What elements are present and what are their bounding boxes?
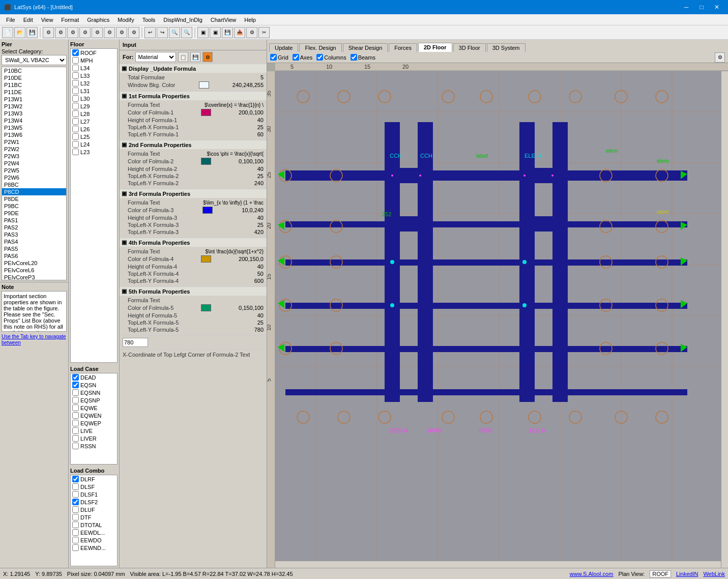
- menu-item-view[interactable]: View: [37, 16, 57, 24]
- tab-2d-floor[interactable]: 2D Floor: [418, 43, 452, 52]
- website[interactable]: www.S.AlooI.com: [570, 571, 614, 577]
- load-combo-checkbox[interactable]: [72, 483, 79, 490]
- maximize-button[interactable]: □: [694, 0, 709, 14]
- load-combo-checkbox[interactable]: [72, 537, 79, 543]
- pier-list-item[interactable]: P8CD: [2, 188, 66, 195]
- display-update-header[interactable]: ▣ Display _Update Formula: [120, 64, 267, 73]
- floor-list-item[interactable]: L23: [71, 148, 117, 156]
- load-case-checkbox[interactable]: [72, 443, 79, 449]
- pier-list-item[interactable]: PAS2: [2, 224, 66, 231]
- axes-checkbox[interactable]: [293, 54, 299, 61]
- load-combo-checkbox[interactable]: [72, 544, 79, 551]
- menu-item-format[interactable]: Format: [57, 16, 83, 24]
- formula5-header[interactable]: ▣ 5th Formula Properties: [120, 286, 267, 296]
- tab-3d-floor[interactable]: 3D Floor: [453, 43, 486, 52]
- tab-flex--design[interactable]: Flex. Design: [299, 43, 341, 52]
- canvas-area[interactable]: 5 10 15 20 35 30 25 20 15 10 5: [267, 63, 728, 568]
- toolbar-undo[interactable]: ↩: [144, 27, 156, 38]
- menu-item-chartview[interactable]: ChartView: [207, 16, 241, 24]
- toolbar-btn-2[interactable]: ⚙: [43, 27, 54, 38]
- load-combo-item[interactable]: EEWDO: [71, 536, 117, 544]
- floor-list-item[interactable]: ROOF: [71, 49, 117, 56]
- load-case-item[interactable]: EQSNN: [71, 389, 117, 396]
- formula3-header[interactable]: ▣ 3rd Formula Properties: [120, 189, 267, 198]
- floor-list-item[interactable]: L27: [71, 118, 117, 125]
- pier-list-item[interactable]: P2W3: [2, 153, 66, 160]
- floor-checkbox[interactable]: [72, 57, 79, 64]
- menu-item-help[interactable]: Help: [240, 16, 260, 24]
- load-case-checkbox[interactable]: [72, 374, 79, 381]
- load-case-checkbox[interactable]: [72, 404, 79, 411]
- floor-list-item[interactable]: L32: [71, 79, 117, 87]
- load-case-item[interactable]: EQSNP: [71, 396, 117, 404]
- pier-list-item[interactable]: P10BC: [2, 67, 66, 74]
- f5-color-box[interactable]: [201, 304, 211, 311]
- toolbar-save[interactable]: 💾: [26, 27, 38, 38]
- floor-checkbox[interactable]: [72, 72, 79, 79]
- formula2-header[interactable]: ▣ 2nd Formula Properties: [120, 140, 267, 149]
- toolbar-btn-15[interactable]: ✂: [258, 27, 270, 38]
- floor-checkbox[interactable]: [72, 49, 79, 56]
- load-combo-checkbox[interactable]: [72, 499, 79, 505]
- pier-list-item[interactable]: P13W2: [2, 103, 66, 110]
- load-case-item[interactable]: EQWE: [71, 404, 117, 412]
- toolbar-btn-13[interactable]: 📥: [234, 27, 245, 38]
- pier-list-item[interactable]: P2W4: [2, 160, 66, 167]
- close-button[interactable]: ✕: [710, 0, 724, 14]
- linkedin-link[interactable]: LinkedIN: [676, 571, 698, 577]
- input-icon-3[interactable]: ⚙: [202, 52, 213, 62]
- pier-list-item[interactable]: PAS4: [2, 238, 66, 245]
- columns-check-label[interactable]: Columns: [316, 54, 346, 61]
- load-case-checkbox[interactable]: [72, 420, 79, 426]
- tab-forces[interactable]: Forces: [389, 43, 417, 52]
- formula1-header[interactable]: ▣ 1st Formula Properties: [120, 91, 267, 100]
- formula4-header[interactable]: ▣ 4th Formula Properties: [120, 238, 267, 247]
- menu-item-file[interactable]: File: [2, 16, 19, 24]
- toolbar-zoom-out[interactable]: 🔍: [181, 27, 192, 38]
- toolbar-btn-7[interactable]: ⚙: [104, 27, 115, 38]
- floor-list-item[interactable]: L25: [71, 133, 117, 140]
- toolbar-new[interactable]: 📄: [2, 27, 13, 38]
- pier-list-item[interactable]: PAS1: [2, 217, 66, 224]
- floor-list-item[interactable]: L26: [71, 125, 117, 133]
- floor-checkbox[interactable]: [72, 149, 79, 155]
- grid-check-label[interactable]: Grid: [270, 54, 288, 61]
- toolbar-btn-10[interactable]: ▣: [197, 27, 209, 38]
- pier-list-item[interactable]: P2W2: [2, 146, 66, 153]
- pier-list-item[interactable]: P10DE: [2, 74, 66, 81]
- pier-list-item[interactable]: PEIvCoreL6: [2, 267, 66, 274]
- floor-checkbox[interactable]: [72, 110, 79, 117]
- toolbar-zoom-in[interactable]: 🔍: [169, 27, 180, 38]
- menu-item-modify[interactable]: Modify: [113, 16, 138, 24]
- floor-list-item[interactable]: L33: [71, 72, 117, 79]
- grid-checkbox[interactable]: [270, 54, 277, 61]
- toolbar-btn-12[interactable]: 💾: [222, 27, 233, 38]
- toolbar-redo[interactable]: ↪: [157, 27, 168, 38]
- coord-input[interactable]: [123, 338, 148, 347]
- floor-list-item[interactable]: L30: [71, 95, 117, 102]
- load-combo-checkbox[interactable]: [72, 506, 79, 513]
- load-combo-checkbox[interactable]: [72, 522, 79, 528]
- pier-list-item[interactable]: P2W1: [2, 138, 66, 146]
- f2-color-box[interactable]: [201, 158, 211, 165]
- toolbar-btn-11[interactable]: ▣: [210, 27, 221, 38]
- load-case-checkbox[interactable]: [72, 427, 79, 434]
- load-case-checkbox[interactable]: [72, 389, 79, 396]
- pier-list-item[interactable]: P13W1: [2, 96, 66, 103]
- toolbar-btn-5[interactable]: ⚙: [79, 27, 91, 38]
- pier-list-item[interactable]: P11BC: [2, 81, 66, 89]
- pier-list-item[interactable]: P13W3: [2, 110, 66, 117]
- load-case-item[interactable]: EQWEP: [71, 419, 117, 427]
- pier-list-item[interactable]: P11DE: [2, 89, 66, 96]
- load-combo-item[interactable]: DLRF: [71, 475, 117, 483]
- menu-item-dispwnd_indlg[interactable]: DispWnd_InDlg: [159, 16, 206, 24]
- floor-checkbox[interactable]: [72, 80, 79, 86]
- load-combo-item[interactable]: DTF: [71, 513, 117, 521]
- load-combo-checkbox[interactable]: [72, 514, 79, 520]
- load-case-item[interactable]: LIVE: [71, 427, 117, 435]
- toolbar-btn-8[interactable]: ⚙: [116, 27, 127, 38]
- load-case-item[interactable]: DEAD: [71, 373, 117, 381]
- pier-list-item[interactable]: P8BC: [2, 181, 66, 188]
- toolbar-open[interactable]: 📂: [14, 27, 25, 38]
- menu-item-edit[interactable]: Edit: [19, 16, 37, 24]
